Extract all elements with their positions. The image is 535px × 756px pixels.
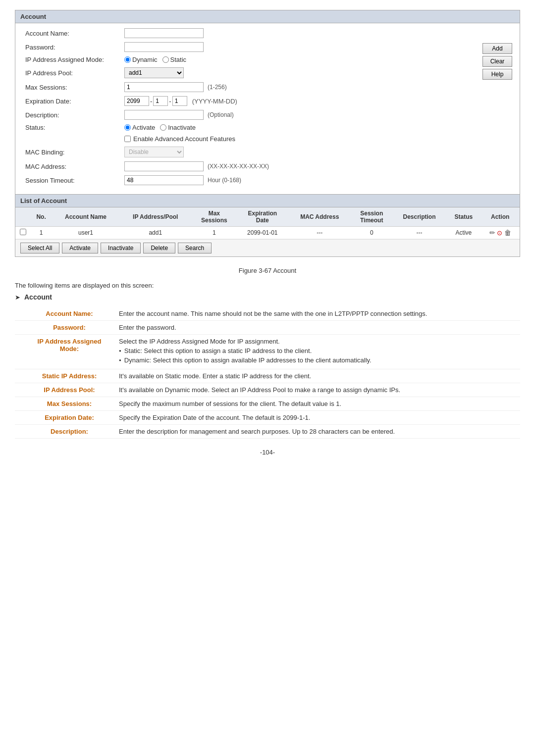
cell-action: ✏ ⊙ 🗑 [481, 227, 520, 239]
account-table: No. Account Name IP Address/Pool MaxSess… [15, 207, 520, 239]
detail-content: Specify the maximum number of sessions f… [114, 397, 520, 411]
description-input[interactable] [124, 110, 204, 120]
add-button[interactable]: Add [482, 43, 512, 54]
col-status: Status [447, 207, 481, 227]
advanced-checkbox-row: Enable Advanced Account Features [124, 135, 510, 143]
status-radio-group: Activate Inactivate [124, 124, 196, 131]
ip-mode-dynamic-label[interactable]: Dynamic [124, 56, 158, 63]
detail-label: Description: [15, 425, 114, 439]
account-desc-header-row: ➤ Account [15, 293, 520, 301]
description-row: Description: (Optional) [25, 110, 510, 120]
ip-mode-radio-group: Dynamic Static [124, 56, 186, 63]
status-activate-label[interactable]: Activate [124, 124, 155, 131]
expiration-date-label: Expiration Date: [25, 98, 124, 105]
status-inactivate-radio[interactable] [160, 124, 166, 131]
session-timeout-row: Session Timeout: Hour (0-168) [25, 175, 510, 185]
inactivate-button[interactable]: Inactivate [101, 243, 141, 253]
ip-mode-static-radio[interactable] [162, 56, 169, 63]
arrow-icon: ➤ [15, 294, 20, 301]
detail-label: Max Sessions: [15, 397, 114, 411]
expiration-month-input[interactable] [153, 96, 168, 106]
edit-icon[interactable]: ✏ [489, 229, 495, 237]
col-max-sessions: MaxSessions [192, 207, 237, 227]
col-description: Description [392, 207, 446, 227]
cell-no: 1 [30, 227, 52, 239]
ip-pool-label: IP Address Pool: [25, 69, 124, 77]
ip-mode-row: IP Address Assigned Mode: Dynamic Static [25, 56, 510, 63]
detail-row: IP Address Pool:It's available on Dynami… [15, 383, 520, 397]
detail-text: It's available on Dynamic mode. Select a… [119, 386, 515, 394]
detail-content: Enter the password. [114, 321, 520, 335]
mac-binding-row: MAC Binding: Disable [25, 147, 510, 157]
advanced-label: Enable Advanced Account Features [133, 135, 235, 143]
account-form-body: Account Name: Password: IP Address Assig… [15, 23, 520, 194]
search-button[interactable]: Search [178, 243, 212, 253]
detail-row: IP Address Assigned Mode:Select the IP A… [15, 335, 520, 369]
detail-content: Select the IP Address Assigned Mode for … [114, 335, 520, 369]
row-checkbox[interactable] [20, 229, 26, 235]
account-name-row: Account Name: [25, 28, 510, 38]
detail-text: Enter the account name. This name should… [119, 310, 515, 317]
status-label: Status: [25, 124, 124, 131]
session-timeout-label: Session Timeout: [25, 177, 124, 184]
activate-button[interactable]: Activate [62, 243, 98, 253]
detail-label: IP Address Assigned Mode: [15, 335, 114, 369]
ip-mode-dynamic-radio[interactable] [124, 56, 131, 63]
cell-expiration-date: 2099-01-01 [237, 227, 288, 239]
ip-pool-select[interactable]: add1 [124, 67, 184, 78]
detail-row: Account Name:Enter the account name. Thi… [15, 307, 520, 321]
status-inactivate-label[interactable]: Inactivate [160, 124, 196, 131]
detail-label: IP Address Pool: [15, 383, 114, 397]
expiration-year-input[interactable] [124, 96, 149, 106]
expiration-group: - - (YYYY-MM-DD) [124, 96, 237, 106]
password-label: Password: [25, 44, 124, 51]
password-row: Password: [25, 42, 510, 52]
col-no: No. [30, 207, 52, 227]
session-timeout-input[interactable] [124, 175, 204, 185]
ip-mode-label: IP Address Assigned Mode: [25, 56, 124, 63]
mac-address-input[interactable] [124, 161, 204, 171]
detail-content: It's available on Static mode. Enter a s… [114, 369, 520, 383]
cell-session-timeout: 0 [351, 227, 392, 239]
bullet-list: Static: Select this option to assign a s… [119, 347, 515, 364]
delete-icon[interactable]: 🗑 [504, 229, 511, 237]
detail-text: Specify the Expiration Date of the accou… [119, 414, 515, 421]
status-activate-radio[interactable] [124, 124, 131, 131]
help-button[interactable]: Help [482, 69, 512, 80]
list-section-header: List of Account [15, 195, 520, 207]
status-row: Status: Activate Inactivate [25, 124, 510, 131]
ip-mode-static-label[interactable]: Static [162, 56, 187, 63]
account-section-header: Account [15, 10, 520, 23]
stop-icon[interactable]: ⊙ [497, 229, 502, 237]
advanced-checkbox[interactable] [124, 136, 131, 142]
cell-mac-address: --- [288, 227, 351, 239]
mac-address-row: MAC Address: (XX-XX-XX-XX-XX-XX) [25, 161, 510, 171]
cell-account-name: user1 [52, 227, 119, 239]
detail-row: Max Sessions:Specify the maximum number … [15, 397, 520, 411]
select-all-button[interactable]: Select All [20, 243, 59, 253]
cell-max-sessions: 1 [192, 227, 237, 239]
max-sessions-input[interactable] [124, 82, 204, 92]
mac-binding-select: Disable [124, 147, 184, 157]
description-label: Description: [25, 111, 124, 119]
col-mac-address: MAC Address [288, 207, 351, 227]
detail-label: Expiration Date: [15, 411, 114, 425]
detail-row: Static IP Address:It's available on Stat… [15, 369, 520, 383]
table-row: 1 user1 add1 1 2099-01-01 --- 0 --- Acti… [15, 227, 520, 239]
col-session-timeout: SessionTimeout [351, 207, 392, 227]
max-sessions-label: Max Sessions: [25, 84, 124, 91]
expiration-day-input[interactable] [172, 96, 187, 106]
cell-description: --- [392, 227, 446, 239]
account-name-input[interactable] [124, 28, 204, 38]
clear-button[interactable]: Clear [482, 56, 512, 67]
col-account-name: Account Name [52, 207, 119, 227]
delete-button[interactable]: Delete [143, 243, 175, 253]
mac-address-hint: (XX-XX-XX-XX-XX-XX) [208, 163, 269, 170]
page-number: -104- [15, 449, 520, 456]
action-buttons: Add Clear Help [482, 43, 512, 80]
account-name-label: Account Name: [25, 30, 124, 37]
col-ip-pool: IP Address/Pool [119, 207, 192, 227]
password-input[interactable] [124, 42, 204, 52]
detail-label: Password: [15, 321, 114, 335]
detail-content: Enter the account name. This name should… [114, 307, 520, 321]
